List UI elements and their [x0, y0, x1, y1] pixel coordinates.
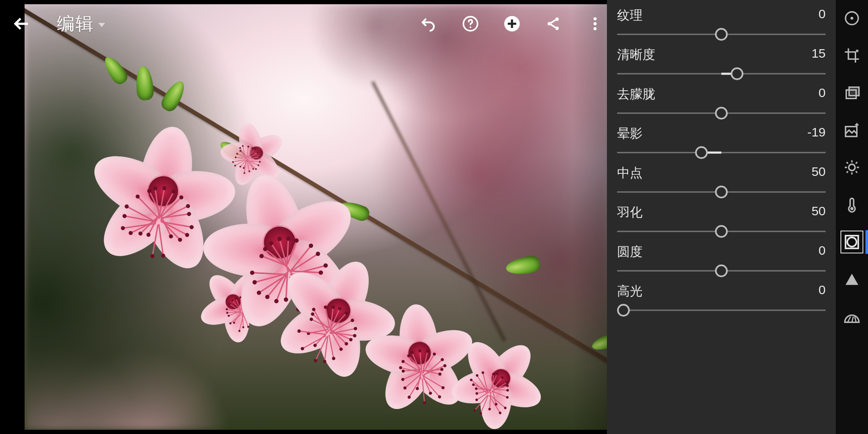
slider-value: 0	[818, 7, 826, 24]
rail-tool-crop[interactable]	[842, 46, 862, 65]
slider-track[interactable]	[617, 184, 826, 200]
deco-flower	[224, 121, 289, 186]
slider-row-roundness: 圆度0	[615, 240, 828, 279]
slider-label: 圆度	[617, 243, 643, 261]
slider-row-vignette: 晕影-19	[615, 122, 828, 161]
back-button[interactable]	[10, 12, 34, 36]
slider-label: 高光	[617, 283, 643, 300]
svg-point-8	[593, 27, 596, 30]
slider-value: 0	[818, 243, 826, 261]
svg-point-6	[593, 17, 596, 20]
svg-point-15	[850, 207, 853, 210]
rail-tool-presets[interactable]	[842, 83, 862, 103]
slider-label: 纹理	[617, 7, 643, 24]
slider-value: -19	[807, 125, 826, 142]
deco-flower	[376, 309, 464, 397]
rail-tool-color[interactable]	[842, 195, 862, 214]
help-button[interactable]	[461, 14, 480, 33]
stack-icon	[843, 84, 860, 101]
slider-thumb[interactable]	[715, 186, 728, 198]
slider-value: 50	[812, 164, 826, 182]
slider-label: 清晰度	[617, 46, 655, 64]
slider-value: 0	[818, 86, 826, 103]
rail-tool-heal[interactable]	[842, 120, 862, 140]
slider-row-dehaze: 去朦胧0	[615, 82, 828, 122]
slider-row-clarity: 清晰度15	[615, 43, 828, 82]
top-toolbar: 编辑	[10, 12, 604, 36]
slider-track[interactable]	[617, 106, 826, 121]
slider-label: 中点	[617, 164, 643, 182]
plus-circle-icon	[504, 15, 520, 32]
slider-label: 晕影	[617, 125, 643, 142]
slider-track[interactable]	[617, 263, 826, 278]
more-button[interactable]	[586, 14, 604, 33]
slider-track[interactable]	[617, 27, 826, 42]
slider-value: 50	[812, 204, 826, 221]
page-title: 编辑	[57, 12, 94, 36]
chevron-down-icon	[98, 23, 105, 27]
circle-dot-icon	[843, 10, 860, 27]
slider-track[interactable]	[617, 303, 826, 318]
slider-track[interactable]	[617, 66, 826, 81]
rail-tool-view[interactable]	[842, 8, 862, 28]
slider-value: 0	[818, 283, 826, 300]
svg-point-17	[847, 237, 857, 247]
slider-thumb[interactable]	[715, 28, 728, 41]
slider-track[interactable]	[617, 224, 826, 239]
slider-thumb[interactable]	[715, 107, 728, 120]
svg-point-1	[470, 26, 471, 28]
sparkle-image-icon	[843, 122, 860, 139]
share-button[interactable]	[544, 14, 563, 33]
slider-thumb[interactable]	[617, 304, 630, 317]
mode-dropdown[interactable]: 编辑	[57, 12, 105, 36]
photo-canvas[interactable]	[25, 4, 607, 430]
deco-leaf	[135, 65, 155, 100]
slider-thumb[interactable]	[695, 146, 708, 159]
slider-row-feather: 羽化50	[615, 200, 828, 240]
add-button[interactable]	[503, 14, 521, 33]
slider-row-midpoint: 中点50	[615, 161, 828, 200]
undo-button[interactable]	[420, 14, 438, 33]
slider-track[interactable]	[617, 145, 826, 160]
slider-thumb[interactable]	[715, 225, 728, 238]
svg-point-7	[593, 22, 596, 25]
sun-icon	[843, 159, 860, 176]
tool-rail	[836, 0, 868, 434]
arrow-left-icon	[13, 15, 31, 33]
slider-thumb[interactable]	[731, 67, 743, 80]
rail-tool-optics[interactable]	[842, 307, 862, 326]
toolbar-actions	[420, 14, 604, 33]
slider-row-highlights: 高光0	[615, 279, 828, 319]
help-icon	[462, 15, 479, 32]
rail-tool-effects[interactable]	[842, 232, 862, 252]
aperture-half-icon	[843, 308, 860, 325]
svg-rect-12	[849, 87, 859, 96]
slider-label: 羽化	[617, 204, 643, 221]
share-icon	[545, 15, 562, 32]
vignette-icon	[843, 234, 860, 250]
slider-value: 15	[812, 46, 826, 64]
more-vertical-icon	[587, 15, 604, 32]
rail-active-indicator	[865, 230, 868, 254]
undo-icon	[420, 15, 437, 32]
crop-icon	[843, 47, 860, 64]
rail-tool-light[interactable]	[842, 158, 862, 177]
slider-thumb[interactable]	[715, 264, 728, 277]
deco-leaf	[590, 332, 607, 353]
thermometer-icon	[843, 196, 860, 213]
deco-leaf	[505, 255, 542, 277]
slider-label: 去朦胧	[617, 86, 655, 103]
adjustments-panel: 纹理0清晰度15去朦胧0晕影-19中点50羽化50圆度0高光0	[607, 0, 836, 434]
deco-flower	[100, 128, 226, 254]
app-root: 编辑 纹理0清晰度15	[0, 0, 868, 434]
slider-row-texture: 纹理0	[615, 3, 828, 43]
rail-tool-detail[interactable]	[842, 270, 862, 289]
triangle-icon	[843, 271, 860, 288]
deco-branch	[372, 81, 506, 342]
svg-point-14	[849, 164, 855, 171]
photo-preview-area: 编辑	[0, 0, 607, 434]
svg-point-10	[851, 17, 854, 20]
